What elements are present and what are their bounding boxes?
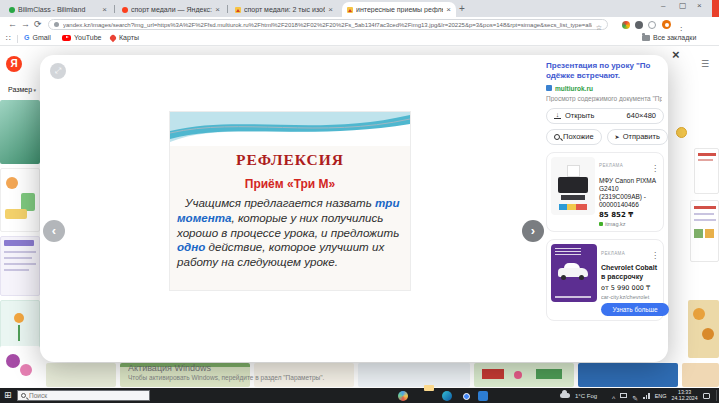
- reload-icon[interactable]: [34, 19, 42, 29]
- start-button[interactable]: [4, 390, 12, 400]
- system-tray: ENG 13:33 24.12.2024: [612, 388, 710, 403]
- slide-body-highlight: одно: [177, 240, 205, 253]
- all-bookmarks-label: Все закладки: [653, 34, 696, 41]
- ad-site-favicon-icon: [599, 222, 603, 226]
- language-indicator[interactable]: ENG: [655, 393, 667, 399]
- result-thumbnail[interactable]: [690, 200, 719, 262]
- result-thumbnail[interactable]: [46, 363, 116, 387]
- result-thumbnail[interactable]: [676, 127, 687, 138]
- site-info-icon[interactable]: [54, 22, 59, 27]
- slide-subtitle: Приём «Три М»: [170, 177, 410, 191]
- tab-close-icon[interactable]: [446, 5, 451, 14]
- ad-site-row[interactable]: itmag.kz: [599, 221, 659, 227]
- result-thumbnail[interactable]: [0, 168, 40, 232]
- extension-icon-2[interactable]: [635, 21, 643, 29]
- back-icon[interactable]: [8, 19, 17, 29]
- similar-label: Похожие: [563, 132, 594, 141]
- ad-title[interactable]: МФУ Canon PIXMA G2410 (2319C009AB) - 000…: [599, 177, 659, 210]
- tab-title: интересные приемы рефлекс: [356, 6, 443, 13]
- pen-icon[interactable]: [632, 387, 638, 403]
- ad-card-car[interactable]: РЕКЛАМА Chevrolet Cobalt в рассрочку от …: [546, 239, 664, 321]
- address-bar[interactable]: yandex.kz/images/search?img_url=https%3A…: [48, 19, 608, 30]
- tab-reflection-techniques-active[interactable]: интересные приемы рефлекс: [342, 2, 456, 17]
- window-maximize-button[interactable]: ▢: [679, 1, 687, 10]
- result-thumbnail[interactable]: [688, 300, 719, 358]
- tab-strip: BilimClass - Bilimland спорт медали — Ян…: [0, 0, 719, 17]
- youtube-icon: [62, 35, 71, 41]
- apps-grid-icon[interactable]: [6, 34, 11, 43]
- result-thumbnail[interactable]: [0, 236, 40, 296]
- action-center-icon[interactable]: [703, 393, 710, 399]
- network-icon[interactable]: [643, 393, 650, 399]
- profile-avatar[interactable]: [662, 20, 671, 29]
- tab-separator: [227, 5, 228, 13]
- edge-icon[interactable]: [442, 391, 452, 401]
- image-viewer-modal: РЕФЛЕКСИЯ Приём «Три М» Учащимся предлаг…: [40, 55, 668, 362]
- ad-learn-more-button[interactable]: Узнать больше: [601, 303, 669, 316]
- tab-sport-medals-images[interactable]: спорт медали: 2 тыс изобра: [230, 2, 338, 17]
- result-thumbnail[interactable]: [578, 363, 678, 387]
- extension-icon-3[interactable]: [648, 21, 656, 29]
- forward-icon[interactable]: [21, 19, 30, 29]
- result-thumbnail[interactable]: [0, 100, 40, 164]
- extension-icon-1[interactable]: [622, 21, 630, 29]
- all-bookmarks-button[interactable]: Все закладки: [642, 34, 696, 41]
- taskbar-search[interactable]: [17, 390, 150, 401]
- pinned-app-icon[interactable]: [478, 391, 488, 401]
- viewed-image-slide[interactable]: РЕФЛЕКСИЯ Приём «Три М» Учащимся предлаг…: [170, 112, 410, 290]
- ad-card-printer[interactable]: РЕКЛАМА МФУ Canon PIXMA G2410 (2319C009A…: [546, 152, 664, 233]
- result-thumbnail[interactable]: [682, 363, 719, 387]
- result-thumbnail[interactable]: [694, 148, 719, 194]
- tab-close-icon[interactable]: [102, 5, 107, 14]
- screen: BilimClass - Bilimland спорт медали — Ян…: [0, 0, 719, 403]
- viewer-close-icon[interactable]: [672, 49, 680, 61]
- previous-image-button[interactable]: [43, 220, 65, 242]
- ad-title[interactable]: Chevrolet Cobalt в рассрочку: [601, 264, 659, 282]
- tab-sport-medals-search[interactable]: спорт медали — Яндекс: наш: [117, 2, 225, 17]
- bookmark-youtube[interactable]: YouTube: [62, 34, 102, 41]
- bookmarks-separator: [17, 35, 18, 43]
- taskbar-clock[interactable]: 13:33 24.12.2024: [672, 390, 698, 402]
- tray-expand-icon[interactable]: [612, 387, 615, 403]
- ad-image-car: [551, 244, 597, 302]
- window-minimize-button[interactable]: –: [661, 1, 665, 10]
- page-menu-icon[interactable]: [701, 53, 709, 71]
- result-thumbnail[interactable]: [0, 346, 40, 388]
- source-site-row[interactable]: multiurok.ru: [546, 85, 664, 92]
- tab-bilimclass[interactable]: BilimClass - Bilimland: [4, 2, 112, 17]
- bookmark-maps[interactable]: Карты: [110, 34, 139, 41]
- taskbar-search-input[interactable]: [29, 392, 139, 399]
- yandex-images-page: Я Размер: [0, 46, 719, 388]
- ad-menu-icon[interactable]: [651, 157, 659, 175]
- taskbar-weather[interactable]: 1°C Fog: [560, 388, 597, 403]
- bookmark-label: Gmail: [32, 34, 50, 41]
- ad-price: 85 852 ₸: [599, 211, 659, 219]
- widgets-icon[interactable]: [398, 391, 408, 401]
- download-icon: [554, 112, 561, 119]
- site-favicon-icon: [546, 85, 552, 91]
- image-title-link[interactable]: Презентация по уроку "По одёжке встречаю…: [546, 61, 664, 82]
- clock-date: 24.12.2024: [672, 396, 698, 402]
- fullscreen-icon[interactable]: [50, 63, 66, 79]
- folder-icon: [642, 35, 650, 41]
- open-image-button[interactable]: Открыть 640×480: [546, 108, 664, 124]
- bookmark-gmail[interactable]: G Gmail: [24, 34, 51, 41]
- new-tab-button[interactable]: [459, 3, 465, 14]
- result-thumbnail[interactable]: [474, 363, 574, 387]
- display-icon[interactable]: [620, 393, 627, 398]
- next-image-button[interactable]: [522, 220, 544, 242]
- image-description: Просмотр содержимого документа "Презент…: [546, 95, 662, 102]
- bookmark-label: Карты: [119, 34, 139, 41]
- share-button[interactable]: Отправить: [607, 129, 668, 145]
- size-filter-dropdown[interactable]: Размер: [8, 86, 36, 93]
- window-close-button[interactable]: ×: [697, 1, 702, 10]
- bookmark-star-icon[interactable]: [596, 16, 602, 34]
- slide-title: РЕФЛЕКСИЯ: [170, 151, 410, 169]
- yandex-logo[interactable]: Я: [6, 56, 22, 72]
- tab-close-icon[interactable]: [328, 5, 333, 14]
- show-desktop-button[interactable]: [716, 390, 717, 401]
- ad-menu-icon[interactable]: [651, 244, 659, 262]
- ad-site-row[interactable]: car-city.kz/chevrolet: [601, 294, 659, 300]
- tab-close-icon[interactable]: [215, 5, 220, 14]
- similar-images-button[interactable]: Похожие: [546, 129, 602, 145]
